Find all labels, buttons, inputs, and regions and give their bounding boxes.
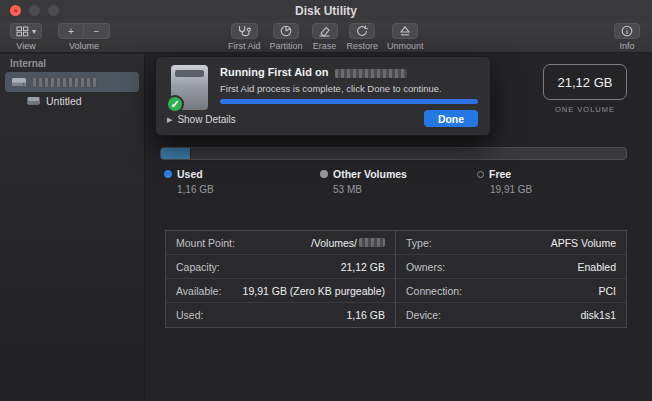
volume-size-box: 21,12 GB — [543, 64, 627, 100]
device-value: disk1s1 — [580, 309, 616, 321]
restore-group: Restore — [347, 23, 379, 51]
usage-segment-used — [161, 148, 191, 159]
volume-label: Volume — [69, 41, 99, 51]
unmount-label: Unmount — [387, 41, 424, 51]
capacity-value: 21,12 GB — [341, 261, 385, 273]
first-aid-button[interactable] — [231, 23, 258, 39]
toolbar-actions: First Aid Partition — [228, 23, 424, 51]
table-row: Connection: PCI — [396, 279, 626, 303]
legend-used-label: Used — [177, 168, 203, 180]
done-button[interactable]: Done — [424, 110, 478, 127]
table-row: Capacity: 21,12 GB — [166, 255, 395, 279]
info-icon — [621, 25, 633, 37]
stethoscope-icon — [237, 25, 252, 37]
device-key: Device: — [406, 309, 441, 321]
legend-free-label: Free — [489, 168, 511, 180]
capacity-key: Capacity: — [176, 261, 220, 273]
info-group: Info — [614, 23, 640, 51]
mount-point-value: /Volumes/ — [311, 237, 357, 249]
content-area: Internal Untitled 21,12 GB ONE VOLUME — [0, 54, 652, 401]
restore-button[interactable] — [349, 23, 375, 39]
partition-label: Partition — [270, 41, 303, 51]
first-aid-label: First Aid — [228, 41, 261, 51]
sidebar-section-internal: Internal — [0, 54, 144, 72]
dialog-title: Running First Aid on — [220, 66, 407, 78]
titlebar: × Disk Utility — [0, 0, 652, 21]
eject-icon-button[interactable] — [392, 23, 418, 39]
legend-other-volumes-value: 53 MB — [320, 184, 407, 195]
partition-group: Partition — [270, 23, 303, 51]
type-key: Type: — [406, 237, 432, 249]
disclosure-triangle-icon: ▶ — [167, 116, 172, 124]
details-table: Mount Point: /Volumes/ Capacity: 21,12 G… — [165, 230, 627, 328]
partition-button[interactable] — [273, 23, 299, 39]
success-check-icon: ✓ — [166, 95, 184, 113]
pie-chart-icon — [280, 25, 292, 37]
legend-other-volumes-label: Other Volumes — [333, 168, 407, 180]
details-right-column: Type: APFS Volume Owners: Enabled Connec… — [396, 231, 626, 327]
volume-group: + − Volume — [58, 23, 110, 51]
used-key: Used: — [176, 309, 203, 321]
first-aid-group: First Aid — [228, 23, 261, 51]
toolbar: ▾ View + − Volume — [0, 21, 652, 53]
volume-count-label: ONE VOLUME — [543, 105, 627, 114]
legend-free: Free 19,91 GB — [477, 168, 532, 195]
details-left-column: Mount Point: /Volumes/ Capacity: 21,12 G… — [166, 231, 396, 327]
disk-drive-icon: ✓ — [171, 65, 208, 110]
view-button[interactable]: ▾ — [10, 23, 42, 39]
table-row: Type: APFS Volume — [396, 231, 626, 255]
add-volume-button[interactable]: + — [58, 23, 84, 39]
table-row: Owners: Enabled — [396, 255, 626, 279]
volume-icon — [27, 96, 40, 106]
sidebar-item-label: Untitled — [46, 95, 82, 107]
available-value: 19,91 GB (Zero KB purgeable) — [243, 285, 385, 297]
table-row: Available: 19,91 GB (Zero KB purgeable) — [166, 279, 395, 303]
show-details-label: Show Details — [177, 114, 235, 125]
eject-icon — [399, 25, 411, 37]
restore-label: Restore — [347, 41, 379, 51]
redacted-mount-name — [359, 238, 385, 247]
table-row: Used: 1,16 GB — [166, 303, 395, 327]
remove-volume-button[interactable]: − — [84, 23, 110, 39]
erase-label: Erase — [313, 41, 337, 51]
disk-utility-window: × Disk Utility ▾ View — [0, 0, 652, 401]
sidebar: Internal Untitled — [0, 54, 145, 401]
legend-other-volumes: Other Volumes 53 MB — [320, 168, 407, 195]
internal-disk-icon — [11, 76, 27, 88]
sidebar-item-untitled[interactable]: Untitled — [5, 92, 139, 110]
show-details-toggle[interactable]: ▶ Show Details — [167, 114, 236, 125]
redacted-volume-name — [335, 69, 407, 78]
chevron-down-icon: ▾ — [32, 27, 36, 36]
view-label: View — [16, 41, 35, 51]
erase-group: Erase — [312, 23, 338, 51]
legend-free-value: 19,91 GB — [477, 184, 532, 195]
info-button[interactable] — [614, 23, 640, 39]
mount-point-key: Mount Point: — [176, 237, 235, 249]
legend-used-value: 1,16 GB — [164, 184, 214, 195]
free-dot-icon — [477, 171, 484, 178]
eraser-icon — [318, 25, 331, 37]
sidebar-item-disk[interactable] — [5, 72, 139, 92]
legend-used: Used 1,16 GB — [164, 168, 214, 195]
owners-key: Owners: — [406, 261, 445, 273]
unmount-group: Unmount — [387, 23, 424, 51]
progress-bar — [220, 99, 478, 104]
first-aid-dialog: ✓ Running First Aid on First Aid process… — [155, 56, 491, 136]
dialog-message: First Aid process is complete, click Don… — [220, 83, 442, 94]
other-volumes-dot-icon — [320, 170, 328, 178]
used-dot-icon — [164, 170, 172, 178]
used-value: 1,16 GB — [346, 309, 385, 321]
type-value: APFS Volume — [551, 237, 616, 249]
connection-key: Connection: — [406, 285, 462, 297]
usage-bar — [160, 147, 627, 160]
table-row: Device: disk1s1 — [396, 303, 626, 327]
grid-view-icon — [16, 26, 29, 37]
redacted-disk-name — [33, 78, 97, 87]
connection-value: PCI — [598, 285, 616, 297]
restore-arrow-icon — [356, 25, 368, 37]
erase-button[interactable] — [312, 23, 338, 39]
info-label: Info — [619, 41, 634, 51]
available-key: Available: — [176, 285, 221, 297]
window-title: Disk Utility — [0, 4, 652, 18]
owners-value: Enabled — [577, 261, 616, 273]
